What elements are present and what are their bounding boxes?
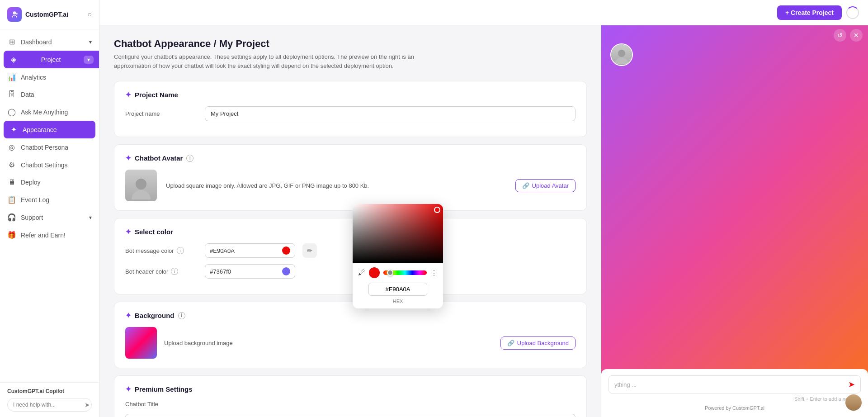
hue-bar[interactable] — [383, 270, 427, 275]
logo-icon — [7, 7, 22, 22]
section-icon: ✦ — [125, 227, 131, 236]
upload-background-button[interactable]: 🔗 Upload Background — [500, 336, 576, 350]
chatbot-avatar-section: ✦ Chatbot Avatar i Upload square image o — [114, 144, 587, 211]
page-description: Configure your chatbot's appearance. The… — [114, 52, 430, 70]
section-icon: ✦ — [125, 90, 131, 99]
eyedropper-icon[interactable]: 🖊 — [358, 269, 365, 277]
color-picker-popup: ◀ 🖊 ⋮ HEX — [353, 204, 443, 308]
top-bar: + Create Project — [99, 0, 868, 25]
sidebar-item-appearance[interactable]: ✦ Appearance — [4, 121, 95, 138]
color-picker-controls: 🖊 ⋮ — [353, 263, 443, 283]
sidebar-item-ask-me-anything[interactable]: ◯ Ask Me Anything — [0, 103, 99, 121]
avatar-info-icon[interactable]: i — [186, 155, 193, 162]
project-name-section: ✦ Project Name Project name — [114, 81, 587, 137]
background-thumbnail — [125, 327, 157, 359]
project-icon: ◈ — [9, 55, 18, 64]
chevron-down-icon: ▾ — [89, 39, 92, 45]
background-row: Upload background image 🔗 Upload Backgro… — [125, 327, 576, 359]
appearance-icon: ✦ — [9, 125, 18, 134]
sidebar-item-chatbot-settings[interactable]: ⚙ Chatbot Settings — [0, 156, 99, 174]
background-info-icon[interactable]: i — [178, 312, 185, 319]
copilot-input[interactable] — [13, 402, 81, 408]
color-picker-dot[interactable] — [434, 207, 440, 213]
sidebar-item-deploy[interactable]: 🖥 Deploy — [0, 174, 99, 191]
hue-thumb[interactable] — [387, 270, 393, 276]
color-gradient-overlay — [353, 204, 443, 263]
color-gradient-area[interactable]: ◀ — [353, 204, 443, 263]
sidebar-navigation: ⊞ Dashboard ▾ ◈ Project ▾ 📊 Analytics 🗄 … — [0, 29, 99, 382]
preview-close-button[interactable]: ✕ — [850, 29, 863, 42]
chatbot-title-row: Chatbot Title — [125, 401, 576, 408]
project-name-input[interactable] — [205, 106, 576, 121]
preview-refresh-button[interactable]: ↺ — [834, 29, 846, 42]
sidebar-item-support[interactable]: 🎧 Support ▾ — [0, 208, 99, 226]
upload-icon: 🔗 — [522, 182, 529, 189]
analytics-icon: 📊 — [7, 73, 16, 81]
ask-icon: ◯ — [7, 108, 16, 116]
sidebar-item-refer-earn[interactable]: 🎁 Refer and Earn! — [0, 226, 99, 244]
section-icon: ✦ — [125, 154, 131, 162]
background-upload-info: Upload background image — [164, 340, 493, 346]
picker-options-icon[interactable]: ⋮ — [430, 269, 438, 277]
bot-header-color-value: #7367f0 — [210, 268, 278, 275]
project-name-label: Project name — [125, 110, 198, 117]
loading-indicator — [846, 6, 859, 19]
picker-color-preview — [369, 267, 380, 278]
project-name-field-row: Project name — [125, 106, 576, 121]
bell-icon[interactable]: ○ — [87, 10, 92, 19]
chatbot-title-input[interactable] — [125, 414, 576, 417]
sidebar: CustomGPT.ai ○ ⊞ Dashboard ▾ ◈ Project ▾… — [0, 0, 99, 417]
sidebar-item-analytics[interactable]: 📊 Analytics — [0, 68, 99, 86]
content-area: Chatbot Appearance / My Project Configur… — [99, 25, 868, 417]
bottom-right-avatar — [845, 394, 862, 411]
preview-topbar: ↺ ✕ — [601, 25, 868, 45]
persona-icon: ◎ — [7, 143, 16, 152]
section-title-project-name: ✦ Project Name — [125, 90, 576, 99]
section-icon: ✦ — [125, 385, 131, 393]
event-log-icon: 📋 — [7, 195, 16, 204]
deploy-icon: 🖥 — [7, 178, 16, 186]
preview-input-placeholder: ything ... — [614, 381, 844, 388]
bot-message-info-icon[interactable]: i — [177, 247, 184, 254]
bot-header-info-icon[interactable]: i — [171, 268, 178, 275]
create-project-button[interactable]: + Create Project — [777, 5, 842, 20]
bot-header-color-dot — [282, 267, 290, 275]
sidebar-item-dashboard[interactable]: ⊞ Dashboard ▾ — [0, 33, 99, 51]
main-content: + Create Project Chatbot Appearance / My… — [99, 0, 868, 417]
preview-panel: ↺ ✕ ything ... ➤ Shift + Enter to add a … — [601, 25, 868, 417]
send-icon[interactable]: ➤ — [85, 401, 90, 408]
project-badge: ▾ — [84, 56, 94, 64]
svg-point-3 — [618, 50, 625, 57]
bot-message-color-dot — [282, 246, 290, 255]
upload-avatar-button[interactable]: 🔗 Upload Avatar — [515, 179, 576, 192]
hex-input[interactable] — [368, 283, 427, 296]
bot-header-color-field[interactable]: #7367f0 — [205, 264, 295, 279]
bot-header-color-label: Bot header color i — [125, 268, 198, 275]
sidebar-item-project[interactable]: ◈ Project ▾ — [4, 51, 99, 68]
sidebar-item-chatbot-persona[interactable]: ◎ Chatbot Persona — [0, 138, 99, 156]
section-title-avatar: ✦ Chatbot Avatar i — [125, 154, 576, 162]
sidebar-item-event-log[interactable]: 📋 Event Log — [0, 191, 99, 208]
sidebar-item-data[interactable]: 🗄 Data — [0, 86, 99, 103]
logo-text: CustomGPT.ai — [25, 11, 68, 18]
preview-hint: Shift + Enter to add a new line — [609, 396, 861, 402]
chatbot-title-label: Chatbot Title — [125, 401, 198, 408]
form-panel: Chatbot Appearance / My Project Configur… — [99, 25, 601, 417]
copilot-section: CustomGPT.ai Copilot ➤ — [0, 382, 99, 417]
chevron-down-icon: ▾ — [89, 214, 92, 221]
refer-icon: 🎁 — [7, 231, 16, 239]
page-title: Chatbot Appearance / My Project — [114, 38, 587, 50]
section-title-background: ✦ Background i — [125, 311, 576, 320]
section-title-premium: ✦ Premium Settings — [125, 385, 576, 393]
edit-color-button[interactable]: ✏ — [302, 243, 317, 258]
section-icon: ✦ — [125, 311, 131, 320]
bot-header-color-row: Bot header color i #7367f0 — [125, 264, 576, 279]
bot-message-color-field[interactable]: #E90A0A — [205, 243, 295, 258]
settings-icon: ⚙ — [7, 161, 16, 169]
hex-label: HEX — [353, 299, 443, 308]
preview-send-icon[interactable]: ➤ — [848, 379, 855, 389]
avatar-upload-info: Upload square image only. Allowed are JP… — [166, 182, 506, 189]
bot-message-color-value: #E90A0A — [210, 247, 278, 254]
bot-message-color-label: Bot message color i — [125, 247, 198, 254]
section-title-color: ✦ Select color — [125, 227, 576, 236]
